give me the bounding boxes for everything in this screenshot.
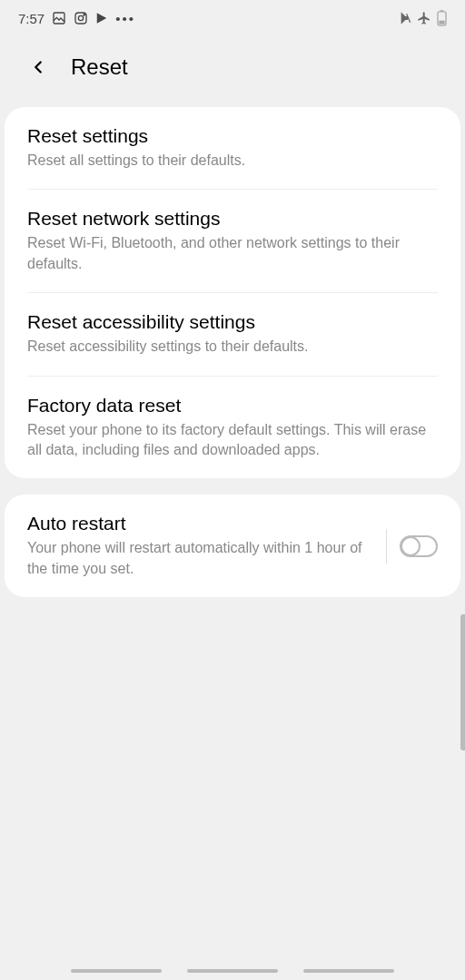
back-button[interactable] — [27, 56, 49, 78]
page-title: Reset — [71, 54, 128, 80]
auto-restart-toggle[interactable] — [400, 535, 438, 557]
row-title: Factory data reset — [27, 395, 438, 416]
svg-rect-6 — [440, 10, 444, 12]
svg-rect-7 — [439, 21, 444, 24]
reset-accessibility-settings-row[interactable]: Reset accessibility settings Reset acces… — [27, 293, 438, 376]
reset-settings-row[interactable]: Reset settings Reset all settings to the… — [27, 107, 438, 190]
nav-bar — [0, 969, 465, 973]
row-desc: Reset accessibility settings to their de… — [27, 337, 438, 357]
header: Reset — [0, 36, 465, 107]
row-title: Reset settings — [27, 125, 438, 147]
scrollbar[interactable] — [460, 614, 465, 750]
nav-recents[interactable] — [71, 969, 162, 973]
divider — [386, 529, 387, 564]
row-desc: Your phone will restart automatically wi… — [27, 538, 373, 579]
reset-network-settings-row[interactable]: Reset network settings Reset Wi-Fi, Blue… — [27, 190, 438, 293]
svg-point-3 — [84, 15, 84, 15]
reset-options-card: Reset settings Reset all settings to the… — [5, 107, 460, 478]
instagram-icon — [74, 11, 88, 25]
nav-home[interactable] — [187, 969, 278, 973]
auto-restart-card: Auto restart Your phone will restart aut… — [5, 495, 460, 597]
vibrate-mute-icon — [397, 11, 411, 25]
svg-point-2 — [79, 15, 84, 20]
battery-icon — [437, 10, 447, 26]
play-icon — [95, 11, 108, 25]
row-desc: Reset all settings to their defaults. — [27, 151, 438, 171]
status-time: 7:57 — [18, 11, 45, 26]
row-desc: Reset your phone to its factory default … — [27, 420, 438, 461]
row-desc: Reset Wi-Fi, Bluetooth, and other networ… — [27, 233, 438, 274]
image-icon — [52, 11, 66, 25]
chevron-left-icon — [28, 57, 48, 77]
status-right — [397, 10, 447, 26]
row-title: Reset network settings — [27, 208, 438, 230]
row-title: Reset accessibility settings — [27, 311, 438, 333]
airplane-icon — [417, 11, 431, 25]
row-title: Auto restart — [27, 513, 373, 534]
status-bar: 7:57 ••• — [0, 0, 465, 36]
status-left: 7:57 ••• — [18, 11, 135, 26]
auto-restart-row[interactable]: Auto restart Your phone will restart aut… — [27, 495, 438, 597]
factory-data-reset-row[interactable]: Factory data reset Reset your phone to i… — [27, 377, 438, 479]
more-icon: ••• — [115, 11, 135, 26]
nav-back[interactable] — [303, 969, 394, 973]
